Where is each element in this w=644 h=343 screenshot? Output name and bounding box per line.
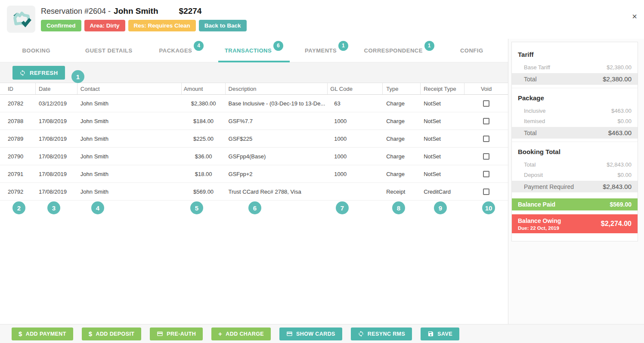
- summary-label: Deposit: [524, 172, 543, 178]
- summary-label: Total: [524, 161, 536, 168]
- show-cards-button[interactable]: SHOW CARDS: [279, 328, 342, 340]
- total-value: $2,380.00: [603, 75, 632, 83]
- cell-description: GSFpp+2: [226, 165, 328, 182]
- tab-correspondence[interactable]: CORRESPONDENCE 1: [363, 39, 436, 62]
- cell-void: [464, 112, 508, 130]
- cell-contact: John Smith: [77, 130, 182, 147]
- dollar-icon: $: [19, 331, 22, 337]
- reservation-number: Reservation #2604 -: [41, 7, 111, 16]
- cell-date: 03/12/2019: [36, 95, 77, 112]
- void-checkbox[interactable]: [483, 188, 489, 195]
- summary-value: $0.00: [617, 172, 632, 178]
- summary-value: $0.00: [617, 118, 632, 124]
- column-header-date: Date: [36, 83, 77, 94]
- total-label: Payment Required: [524, 183, 574, 190]
- void-checkbox[interactable]: [483, 136, 489, 142]
- column-header-void: Void: [464, 83, 508, 94]
- void-checkbox[interactable]: [483, 100, 489, 107]
- balance-owing-label: Balance Owing: [518, 217, 561, 224]
- tab-label: PACKAGES: [159, 47, 192, 54]
- add-payment-button[interactable]: $ ADD PAYMENT: [12, 328, 73, 340]
- cell-description: GSF$225: [226, 130, 328, 147]
- column-header-id: ID: [0, 83, 36, 94]
- refresh-button[interactable]: REFRESH: [12, 66, 65, 80]
- plus-icon: +: [218, 331, 222, 337]
- resync-rms-button[interactable]: RESYNC RMS: [351, 328, 412, 340]
- cell-id: 20782: [0, 95, 36, 112]
- tab-packages[interactable]: PACKAGES 4: [145, 39, 218, 62]
- table-row[interactable]: 20782 03/12/2019 John Smith $2,380.00 Ba…: [0, 95, 508, 112]
- column-header-gl-code: GL Code: [328, 83, 383, 94]
- column-header-description: Description: [226, 83, 328, 94]
- balance-owing-value: $2,274.00: [601, 220, 632, 228]
- table-row[interactable]: 20789 17/08/2019 John Smith $225.00 GSF$…: [0, 130, 508, 148]
- void-checkbox[interactable]: [483, 171, 489, 177]
- table-row[interactable]: 20788 17/08/2019 John Smith $184.00 GSF%…: [0, 112, 508, 130]
- table-row[interactable]: 20790 17/08/2019 John Smith $36.00 GSFpp…: [0, 148, 508, 165]
- total-label: Total: [524, 130, 537, 136]
- cell-receipt-type: NotSet: [421, 165, 464, 182]
- void-checkbox[interactable]: [483, 118, 489, 124]
- button-label: ADD DEPOSIT: [96, 331, 135, 337]
- add-deposit-button[interactable]: $ ADD DEPOSIT: [82, 328, 142, 340]
- package-section: Package Inclusive $463.00 Itemised $0.00…: [512, 88, 638, 139]
- add-charge-button[interactable]: + ADD CHARGE: [211, 328, 271, 340]
- cell-void: [464, 165, 508, 182]
- status-badge-area-dirty: Area: Dirty: [84, 20, 125, 31]
- annotation-marker: 5: [190, 201, 203, 214]
- save-button[interactable]: SAVE: [421, 328, 459, 340]
- booking-total-section: Booking Total Total $2,843.00 Deposit $0…: [512, 142, 638, 192]
- tab-label: CONFIG: [460, 47, 483, 54]
- button-label: RESYNC RMS: [368, 331, 405, 337]
- tab-transactions[interactable]: TRANSACTIONS 6: [218, 39, 291, 62]
- cell-amount: $184.00: [182, 112, 226, 130]
- tab-guest-details[interactable]: GUEST DETAILS: [73, 39, 146, 62]
- table-row[interactable]: 20792 17/08/2019 John Smith $569.00 Trus…: [0, 183, 508, 201]
- total-row: Total $2,380.00: [512, 73, 638, 85]
- reservation-window: Reservation #2604 - John Smith $2274 Con…: [0, 0, 644, 343]
- button-label: ADD CHARGE: [226, 331, 264, 337]
- cell-receipt-type: NotSet: [421, 95, 464, 112]
- cell-receipt-type: NotSet: [421, 112, 464, 130]
- cell-gl-code: 1000: [328, 112, 383, 130]
- tab-booking[interactable]: BOOKING: [0, 39, 73, 62]
- window-header: Reservation #2604 - John Smith $2274 Con…: [0, 0, 644, 39]
- total-value: $463.00: [608, 129, 632, 136]
- section-title: Tariff: [512, 48, 638, 62]
- close-icon[interactable]: ×: [632, 12, 637, 21]
- column-header-amount: Amount: [182, 83, 226, 94]
- summary-label: Itemised: [524, 118, 545, 124]
- cell-contact: John Smith: [77, 148, 182, 165]
- cell-receipt-type: CreditCard: [421, 183, 464, 200]
- cell-description: GSFpp4(Base): [226, 148, 328, 165]
- cell-amount: $18.00: [182, 165, 226, 182]
- summary-row: Itemised $0.00: [512, 116, 638, 126]
- total-row: Total $463.00: [512, 127, 638, 139]
- cell-contact: John Smith: [77, 183, 182, 200]
- tariff-section: Tariff Base Tariff $2,380.00 Total $2,38…: [512, 45, 638, 85]
- tab-payments[interactable]: PAYMENTS 1: [290, 39, 363, 62]
- cell-void: [464, 148, 508, 165]
- tab-config[interactable]: CONFIG: [435, 39, 508, 62]
- refresh-label: REFRESH: [30, 70, 58, 76]
- pre-auth-button[interactable]: PRE-AUTH: [150, 328, 203, 340]
- tab-count-badge: 4: [194, 41, 204, 51]
- table-row[interactable]: 20791 17/08/2019 John Smith $18.00 GSFpp…: [0, 165, 508, 183]
- main-panel: BOOKING GUEST DETAILS PACKAGES 4 TRANSAC…: [0, 39, 508, 324]
- section-title: Booking Total: [512, 145, 638, 159]
- void-checkbox[interactable]: [483, 153, 489, 160]
- tab-label: CORRESPONDENCE: [364, 47, 423, 54]
- cell-receipt-type: NotSet: [421, 148, 464, 165]
- credit-card-icon: [157, 331, 163, 337]
- button-label: SHOW CARDS: [296, 331, 335, 337]
- tab-bar: BOOKING GUEST DETAILS PACKAGES 4 TRANSAC…: [0, 39, 508, 62]
- status-badge-confirmed: Confirmed: [41, 20, 81, 31]
- summary-value: $2,380.00: [607, 64, 632, 71]
- section-title: Package: [512, 92, 638, 105]
- tab-label: TRANSACTIONS: [225, 47, 272, 54]
- summary-row: Deposit $0.00: [512, 170, 638, 180]
- summary-label: Base Tariff: [524, 64, 550, 71]
- cell-amount: $225.00: [182, 130, 226, 147]
- cell-date: 17/08/2019: [36, 130, 77, 147]
- summary-row: Inclusive $463.00: [512, 105, 638, 116]
